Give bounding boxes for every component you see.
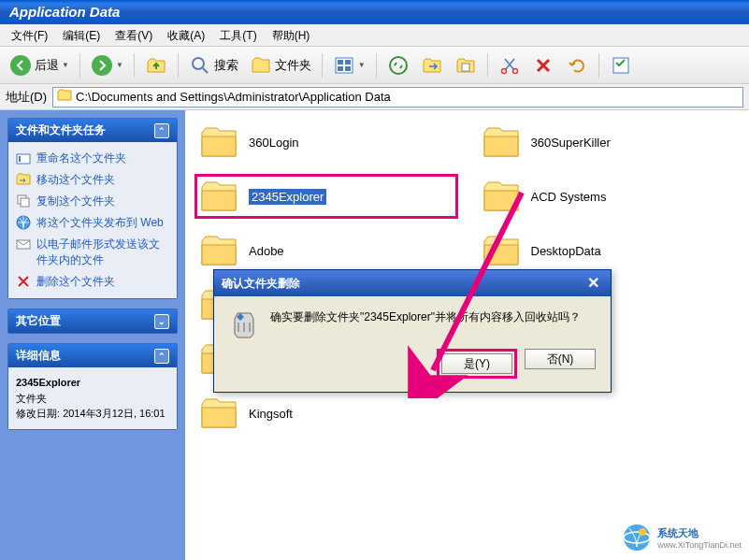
dialog-titlebar[interactable]: 确认文件夹删除 ✕ <box>214 270 611 296</box>
details-panel: 详细信息 ⌃ 2345Explorer 文件夹 修改日期: 2014年3月12日… <box>7 343 178 430</box>
rename-icon <box>16 151 31 165</box>
tasks-panel-body: 重命名这个文件夹 移动这个文件夹 复制这个文件夹 将这个文件夹发布到 Web 以… <box>8 142 177 298</box>
folder-icon <box>198 178 239 215</box>
folder-label: 360SuperKiller <box>531 136 611 150</box>
forward-icon <box>91 54 113 77</box>
menu-edit[interactable]: 编辑(E) <box>55 24 108 46</box>
details-panel-header[interactable]: 详细信息 ⌃ <box>8 344 177 367</box>
properties-icon <box>610 54 632 77</box>
svg-rect-5 <box>338 60 343 65</box>
dialog-title-text: 确认文件夹删除 <box>222 276 300 292</box>
watermark-text: 系统天地 <box>657 526 742 540</box>
address-bar: 地址(D) <box>0 84 749 110</box>
collapse-icon[interactable]: ⌃ <box>154 123 169 138</box>
folder-item[interactable]: 360SuperKiller <box>477 120 741 165</box>
menu-file[interactable]: 文件(F) <box>4 24 55 46</box>
svg-rect-8 <box>345 66 351 71</box>
details-modified: 修改日期: 2014年3月12日, 16:01 <box>16 406 169 422</box>
svg-point-9 <box>390 57 407 74</box>
search-button[interactable]: 搜索 <box>185 51 242 79</box>
task-copy[interactable]: 复制这个文件夹 <box>16 191 169 212</box>
folder-item[interactable]: 360Login <box>194 120 458 165</box>
yes-button[interactable]: 是(Y) <box>441 353 512 374</box>
task-publish[interactable]: 将这个文件夹发布到 Web <box>16 212 169 234</box>
window-titlebar: Application Data <box>0 0 749 24</box>
watermark: 系统天地 www.XiTongTianDi.net <box>622 523 742 553</box>
details-title: 详细信息 <box>16 348 61 364</box>
dialog-buttons: 是(Y) 否(N) <box>214 349 611 392</box>
copy-to-button[interactable] <box>451 51 481 79</box>
task-label: 移动这个文件夹 <box>36 172 115 188</box>
sync-button[interactable] <box>383 51 413 79</box>
folder-item[interactable]: Adobe <box>194 228 458 273</box>
properties-button[interactable] <box>606 51 636 79</box>
menu-help[interactable]: 帮助(H) <box>265 24 318 46</box>
menu-view[interactable]: 查看(V) <box>108 24 160 46</box>
other-title: 其它位置 <box>16 313 61 329</box>
dropdown-icon: ▼ <box>116 61 123 69</box>
close-icon[interactable]: ✕ <box>583 274 603 293</box>
details-type: 文件夹 <box>16 391 169 407</box>
svg-rect-10 <box>462 64 469 71</box>
svg-rect-7 <box>338 66 343 71</box>
views-button[interactable]: ▼ <box>329 51 369 79</box>
svg-point-1 <box>92 55 112 76</box>
folders-icon <box>250 54 272 77</box>
web-icon <box>16 215 31 230</box>
tasks-panel-header[interactable]: 文件和文件夹任务 ⌃ <box>8 119 177 142</box>
no-button[interactable]: 否(N) <box>525 349 596 369</box>
folder-item[interactable]: 2345Explorer <box>194 174 458 219</box>
folder-icon <box>481 232 522 269</box>
task-delete[interactable]: 删除这个文件夹 <box>16 271 169 293</box>
collapse-icon[interactable]: ⌃ <box>154 349 169 364</box>
move-icon <box>16 172 31 187</box>
task-move[interactable]: 移动这个文件夹 <box>16 169 169 191</box>
email-icon <box>16 237 31 251</box>
menu-favorites[interactable]: 收藏(A) <box>160 24 212 46</box>
svg-rect-13 <box>613 58 628 73</box>
folder-icon <box>198 232 239 269</box>
svg-rect-15 <box>19 156 21 162</box>
other-panel-header[interactable]: 其它位置 ⌄ <box>8 309 177 333</box>
address-box[interactable] <box>52 87 743 108</box>
dropdown-icon: ▼ <box>62 61 69 69</box>
folder-item[interactable]: ACD Systems <box>477 174 741 219</box>
yes-button-highlight: 是(Y) <box>437 349 517 379</box>
folder-item[interactable]: DesktopData <box>477 228 741 273</box>
copy-icon <box>16 194 31 208</box>
folder-item[interactable]: Kingsoft <box>194 391 458 436</box>
sidebar: 文件和文件夹任务 ⌃ 重命名这个文件夹 移动这个文件夹 复制这个文件夹 将这个文… <box>0 110 185 560</box>
copy-to-icon <box>454 54 477 77</box>
task-label: 删除这个文件夹 <box>36 274 115 290</box>
expand-icon[interactable]: ⌄ <box>154 314 169 329</box>
tasks-panel: 文件和文件夹任务 ⌃ 重命名这个文件夹 移动这个文件夹 复制这个文件夹 将这个文… <box>7 118 178 299</box>
separator <box>598 53 599 78</box>
separator <box>79 53 80 78</box>
back-icon <box>9 54 32 77</box>
task-label: 将这个文件夹发布到 Web <box>36 215 164 231</box>
undo-button[interactable] <box>562 51 592 79</box>
up-folder-icon <box>145 54 167 77</box>
forward-button[interactable]: ▼ <box>87 51 127 79</box>
task-email[interactable]: 以电子邮件形式发送该文件夹内的文件 <box>16 234 169 271</box>
back-button[interactable]: 后退 ▼ <box>6 51 73 79</box>
svg-line-3 <box>203 68 208 73</box>
up-button[interactable] <box>141 51 171 79</box>
window-title: Application Data <box>9 4 120 20</box>
views-icon <box>333 54 355 77</box>
folders-button[interactable]: 文件夹 <box>246 51 315 79</box>
menu-tools[interactable]: 工具(T) <box>212 24 264 46</box>
task-rename[interactable]: 重命名这个文件夹 <box>16 148 169 169</box>
cut-button[interactable] <box>495 51 525 79</box>
separator <box>487 53 488 78</box>
delete-button[interactable] <box>528 51 558 79</box>
folder-label: ACD Systems <box>531 190 607 204</box>
separator <box>322 53 323 78</box>
menu-bar: 文件(F) 编辑(E) 查看(V) 收藏(A) 工具(T) 帮助(H) <box>0 24 749 47</box>
move-button[interactable] <box>417 51 447 79</box>
folder-label: Kingsoft <box>249 407 293 421</box>
address-input[interactable] <box>76 90 739 104</box>
task-label: 重命名这个文件夹 <box>36 151 126 166</box>
svg-rect-17 <box>21 198 29 207</box>
folder-label: DesktopData <box>531 244 601 258</box>
